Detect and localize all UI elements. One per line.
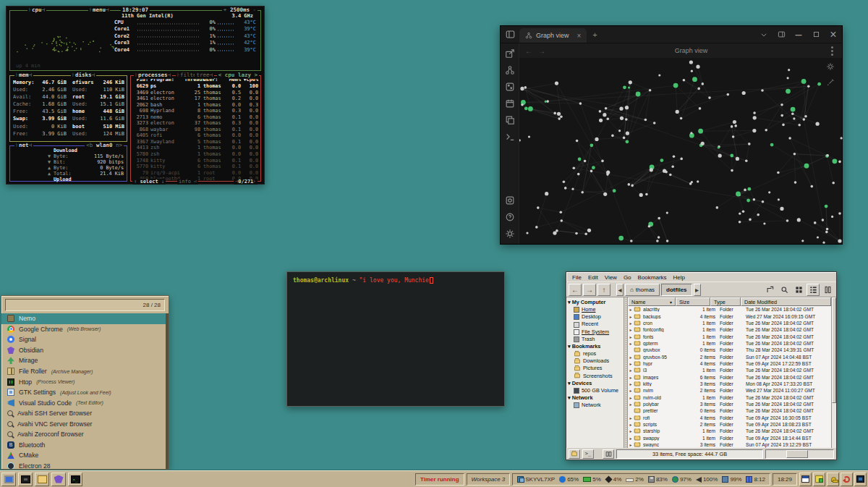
row-expander-icon[interactable]: ▸ (628, 388, 634, 393)
file-row[interactable]: gruvbox0 itemsFolderThu 28 Mar 2024 14:3… (628, 347, 831, 353)
new-window-icon[interactable] (763, 284, 776, 296)
btop-tab-cpu[interactable]: ⊦cpu⊣ (27, 7, 46, 14)
menu-item-nemo[interactable]: Nemo (1, 313, 169, 324)
row-expander-icon[interactable]: ▸ (628, 375, 634, 380)
fm-horizontal-scrollbar[interactable] (765, 449, 834, 459)
sidebar-item-recent[interactable]: Recent (568, 321, 624, 328)
more-options-icon[interactable] (831, 50, 833, 52)
process-row[interactable]: 6629ps1thomas0.0100 (131, 83, 260, 90)
row-expander-icon[interactable]: ▸ (628, 314, 634, 319)
sidebar-item-repos[interactable]: repos (568, 350, 624, 357)
row-expander-icon[interactable]: ▸ (628, 341, 634, 346)
row-expander-icon[interactable]: ▸ (628, 422, 634, 427)
tray-network[interactable]: SKYVL7XP (517, 476, 555, 483)
file-row[interactable]: ▸nvim2 itemsFolderWed 27 Mar 2024 11:00:… (628, 387, 831, 394)
taskbar-monitor-button[interactable] (854, 473, 867, 486)
sidebar-section-header[interactable]: ▾Bookmarks (568, 343, 624, 350)
launcher-obsidian-button[interactable] (51, 473, 66, 486)
graph-canvas[interactable] (519, 58, 842, 244)
dice-icon[interactable] (505, 82, 515, 92)
tray-disk[interactable]: 83% (648, 476, 668, 483)
process-row[interactable]: 1748kitty6thomas0.10.0 (131, 158, 260, 164)
file-row[interactable]: ▸backups4 itemsFolderWed 27 Mar 2024 16:… (628, 313, 831, 319)
process-row[interactable]: 3367Xwayland5thomas0.10.0 (131, 139, 260, 145)
column-header-name[interactable]: Name▾ (628, 297, 676, 306)
templates-icon[interactable] (505, 115, 515, 125)
row-expander-icon[interactable]: ▸ (628, 415, 634, 420)
side-pane-toggle-icon[interactable] (569, 449, 580, 459)
row-expander-icon[interactable]: ▸ (628, 307, 634, 312)
row-expander-icon[interactable]: ▸ (628, 436, 634, 441)
process-table[interactable]: 6629ps1thomas0.01003469electron25thomas0… (131, 83, 260, 182)
process-row[interactable]: 2062bash1thomas0.00.3 (131, 102, 260, 109)
btop-disks-title[interactable]: ⊦disks⊣ (71, 72, 96, 79)
menu-item-avahi-ssh-server-browser[interactable]: Avahi SSH Server Browser (1, 408, 169, 419)
file-row[interactable]: ▸fonts1 itemFolderTue 26 Mar 2024 18:04:… (628, 333, 831, 339)
menu-item-gtk-settings[interactable]: GTK Settings(Adjust Look and Feel) (1, 387, 169, 398)
sidebar-item-network[interactable]: Network (568, 402, 624, 409)
row-expander-icon[interactable]: ▸ (628, 442, 634, 447)
tray-battery[interactable]: 5% (583, 476, 601, 483)
tab-graph-view[interactable]: Graph view × (519, 28, 587, 43)
row-expander-icon[interactable]: ▸ (628, 361, 634, 366)
file-row[interactable]: ▸nvim-old1 itemFolderTue 26 Mar 2024 18:… (628, 394, 831, 400)
maximize-button[interactable] (807, 26, 825, 43)
taskbar-clock[interactable]: 18:29 (773, 473, 797, 486)
menu-item-htop[interactable]: Htop(Process Viewer) (1, 376, 169, 387)
sidebar-item-trash[interactable]: Trash (568, 336, 624, 343)
file-row[interactable]: ▸rofi4 itemsFolderTue 09 Apr 2024 16:30:… (628, 415, 831, 421)
taskbar-notes-button[interactable] (813, 473, 825, 486)
file-row[interactable]: ▸swappy1 itemFolderTue 09 Apr 2024 18:14… (628, 435, 831, 441)
menu-search-input[interactable]: 28 / 28 (5, 299, 165, 311)
settings-icon[interactable] (505, 229, 515, 239)
file-row[interactable]: ▸i31 itemFolderTue 26 Mar 2024 18:04:02 … (628, 367, 831, 373)
menu-item-avahi-zeroconf-browser[interactable]: Avahi Zeroconf Browser (1, 429, 169, 440)
menu-help[interactable]: Help (671, 274, 688, 281)
row-expander-icon[interactable]: ▸ (628, 321, 634, 326)
fm-vertical-scrollbar[interactable] (831, 297, 836, 448)
btop-sort-selector[interactable]: < cpu lazy > (217, 72, 259, 79)
graph-settings-gear-icon[interactable] (826, 62, 835, 71)
menu-bookmarks[interactable]: Bookmarks (635, 274, 670, 281)
sidebar-item-screenshots[interactable]: Screenshots (568, 373, 624, 380)
forward-button[interactable]: → (583, 284, 596, 296)
new-tab-button[interactable]: + (587, 26, 603, 43)
process-row[interactable]: 4413zsh1thomas0.00.0 (131, 145, 260, 151)
menu-view[interactable]: View (602, 274, 620, 281)
file-row[interactable]: ▸polybar3 itemsFolderTue 26 Mar 2024 18:… (628, 401, 831, 407)
file-row[interactable]: ▸gruvbox-952 itemsFolderSun 07 Apr 2024 … (628, 353, 831, 360)
menu-item-google-chrome[interactable]: Google Chrome(Web Browser) (1, 324, 169, 335)
graph-filter-icon[interactable] (826, 78, 835, 87)
menu-item-signal[interactable]: Signal (1, 334, 169, 345)
breadcrumb-current[interactable]: dotfiles (661, 284, 692, 296)
taskbar-redo-button[interactable] (841, 473, 853, 486)
dual-pane-icon[interactable] (821, 284, 834, 296)
row-expander-icon[interactable]: ▸ (628, 334, 634, 339)
sidebar-section-header[interactable]: ▾My Computer (568, 299, 624, 306)
btop-tree-toggle[interactable]: tree⊣ (195, 72, 214, 79)
menu-item-obsidian[interactable]: Obsidian (1, 345, 169, 356)
file-row[interactable]: ▸kitty3 itemsFolderMon 08 Apr 2024 17:33… (628, 381, 831, 387)
tray-ram[interactable]: 2% (626, 476, 644, 483)
list-view-icon[interactable] (807, 284, 820, 296)
graph-icon[interactable] (505, 65, 515, 75)
file-row[interactable]: prettier0 itemsFolderTue 26 Mar 2024 18:… (628, 407, 831, 414)
process-row[interactable]: 2713nemo6thomas0.10.0 (131, 114, 260, 121)
menu-item-mirage[interactable]: Mirage (1, 355, 169, 366)
process-row[interactable]: 79irq/9-acpi1root0.00.0 (131, 170, 260, 177)
terminal-window[interactable]: thomas@archlinux ~ "i love you, Munchie (286, 271, 505, 407)
column-header-date-modified[interactable]: Date Modified (741, 297, 831, 306)
menu-item-avahi-vnc-server-browser[interactable]: Avahi VNC Server Browser (1, 418, 169, 429)
row-expander-icon[interactable]: ▸ (628, 395, 634, 400)
column-header-size[interactable]: Size (676, 297, 710, 306)
menu-item-visual-studio-code[interactable]: Visual Studio Code(Text Editor) (1, 397, 169, 408)
sidebar-toggle-icon[interactable] (501, 26, 519, 43)
nav-back-icon[interactable]: ← (525, 47, 538, 55)
file-row[interactable]: ▸fontconfig1 itemFolderTue 26 Mar 2024 1… (628, 326, 831, 333)
file-row[interactable]: ▸gpterm1 itemFolderTue 26 Mar 2024 18:04… (628, 340, 831, 347)
process-row[interactable]: 698Hyprland8thomas0.30.0 (131, 108, 260, 114)
icon-view-icon[interactable] (792, 284, 805, 296)
btop-mem-title[interactable]: ⊦mem⊣ (14, 72, 33, 79)
nav-forward-icon[interactable]: → (538, 47, 551, 55)
tray-pc[interactable]: 99% (722, 476, 741, 483)
